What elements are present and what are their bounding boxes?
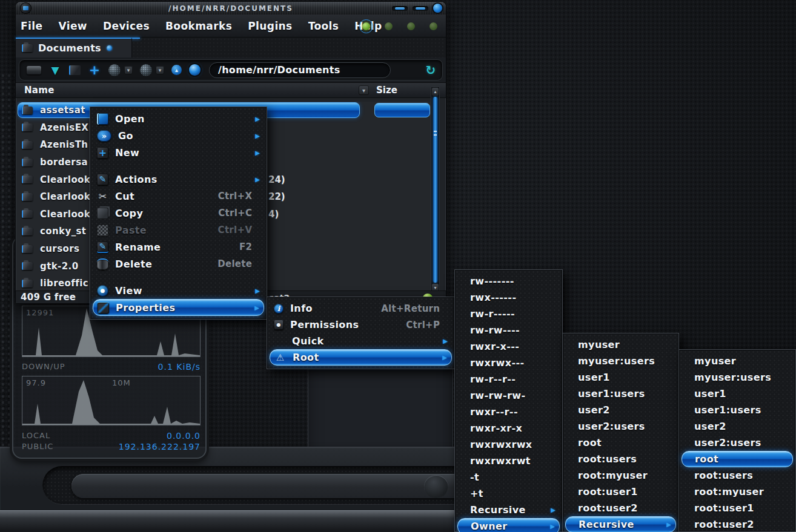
menu-item[interactable]: Paste Ctrl+V ▶ <box>93 222 264 238</box>
menu-item-label: user2:users <box>578 421 645 432</box>
menubar-item[interactable]: File <box>21 20 42 32</box>
menubar-item[interactable]: Tools <box>308 20 339 32</box>
menu-item[interactable]: Delete Delete ▶ <box>93 255 264 272</box>
close-button[interactable] <box>433 4 442 13</box>
titlebar[interactable]: /HOME/NRR/DOCUMENTS <box>16 2 446 15</box>
status-led-icon[interactable] <box>430 22 437 30</box>
menu-item[interactable]: ✎ Rename F2 ▶ <box>93 238 264 255</box>
menu-item-label: user2 <box>694 421 726 432</box>
menu-item[interactable]: +t ▶ <box>457 485 560 502</box>
menu-item[interactable]: user1:users ▶ <box>682 402 793 418</box>
column-name[interactable]: Name <box>24 85 55 96</box>
menu-item[interactable]: + New ▶ <box>93 144 264 161</box>
menu-item[interactable]: root:user1 ▶ <box>682 500 793 516</box>
column-size[interactable]: Size <box>376 85 397 96</box>
menu-item-label: Permissions <box>290 319 359 330</box>
menu-item[interactable]: user2 ▶ <box>682 418 793 435</box>
printer-icon[interactable] <box>27 66 41 74</box>
menu-item[interactable]: root:myuser ▶ <box>682 484 793 500</box>
folder-icon[interactable] <box>69 65 81 75</box>
scroll-up-icon[interactable]: ▴ <box>432 88 439 96</box>
menu-item[interactable]: user2:users ▶ <box>682 435 793 451</box>
menu-item[interactable]: ⚠ Root ▶ <box>270 349 452 366</box>
menu-item[interactable]: myuser ▶ <box>682 353 793 369</box>
menu-item[interactable]: Properties ▶ <box>93 299 264 316</box>
menu-item[interactable]: rw-r--r-- ▶ <box>457 371 560 387</box>
menu-item[interactable]: myuser ▶ <box>565 337 676 353</box>
free-space-label: 409 G free <box>21 292 76 303</box>
menu-item[interactable]: rwx------ ▶ <box>457 289 560 306</box>
menubar-item[interactable]: Plugins <box>248 20 292 32</box>
menu-item[interactable]: ● View ▶ <box>93 282 264 299</box>
tab-documents[interactable]: Documents <box>16 38 132 57</box>
menu-item[interactable]: ✎ Actions ▶ <box>93 171 264 188</box>
tab-close-dot[interactable] <box>107 45 112 51</box>
menu-item[interactable]: Open ▶ <box>93 110 264 127</box>
go-up-icon[interactable]: ▴ <box>171 65 182 75</box>
menu-item[interactable]: ✂ Cut Ctrl+X ▶ <box>93 188 264 205</box>
status-led-icon[interactable] <box>385 22 393 30</box>
menu-item[interactable]: rwxrwx--- ▶ <box>457 355 560 371</box>
dropdown-1-icon[interactable]: ▾ <box>124 66 133 74</box>
menu-item[interactable]: rw-rw-rw- ▶ <box>457 387 560 404</box>
scrollbar-thumb[interactable] <box>433 97 437 283</box>
menu-item[interactable]: root:users ▶ <box>565 451 676 467</box>
menu-item[interactable]: Quick ▶ <box>270 333 452 349</box>
submenu-arrow-icon: ▶ <box>442 354 447 361</box>
dropdown-2-icon[interactable]: ▾ <box>156 66 164 74</box>
menu-item[interactable]: user1 ▶ <box>565 369 676 386</box>
menu-item[interactable]: ● Permissions Ctrl+P ▶ <box>270 317 452 333</box>
menu-item[interactable]: myuser:users ▶ <box>565 353 676 369</box>
menu-item[interactable]: rwxr-x--- ▶ <box>457 338 560 355</box>
menu-item[interactable]: rwxr-xr-x ▶ <box>457 420 560 436</box>
menu-item[interactable]: Owner ▶ <box>457 518 560 532</box>
go-down-icon[interactable]: ▼ <box>48 64 62 77</box>
add-tab-icon[interactable]: + <box>88 64 101 77</box>
sphere-menu-2-icon[interactable] <box>140 64 152 76</box>
menu-item-label: root:user2 <box>578 502 638 514</box>
menubar-item[interactable]: Devices <box>103 20 150 32</box>
minimize-button[interactable] <box>392 6 408 11</box>
menu-item[interactable]: Copy Ctrl+C ▶ <box>93 205 264 222</box>
menu-item[interactable]: rwxrwxrwt ▶ <box>457 453 560 469</box>
menu-item[interactable]: rwxr--r-- ▶ <box>457 404 560 420</box>
menu-item[interactable]: myuser:users ▶ <box>682 369 793 386</box>
menu-item[interactable]: root ▶ <box>682 451 793 467</box>
menubar-item[interactable]: View <box>58 20 87 32</box>
menu-item[interactable]: root:users ▶ <box>682 467 793 484</box>
menu-item[interactable]: -t ▶ <box>457 469 560 485</box>
menu-item[interactable]: i Info Alt+Return ▶ <box>270 300 452 317</box>
orb-icon[interactable] <box>189 64 201 76</box>
menu-item[interactable]: user2 ▶ <box>565 402 676 418</box>
menu-item[interactable]: Recursive ▶ <box>457 502 560 518</box>
maximize-button[interactable] <box>413 6 428 11</box>
info-icon: i <box>274 304 284 314</box>
shortcut-label: F2 <box>239 241 252 252</box>
refresh-icon[interactable]: ↻ <box>424 64 437 77</box>
sort-chevron-icon[interactable]: ▾ <box>359 85 369 95</box>
menu-item[interactable]: user1:users ▶ <box>565 386 676 402</box>
menu-item[interactable]: rw-r----- ▶ <box>457 306 560 322</box>
menu-item[interactable]: rw-rw---- ▶ <box>457 322 560 338</box>
status-led-icon[interactable] <box>407 22 415 30</box>
menu-item[interactable]: rwxrwxrwx ▶ <box>457 436 560 453</box>
properties-submenu: i Info Alt+Return ▶ ● Permissions Ctrl+P… <box>267 297 455 369</box>
menu-item[interactable]: root ▶ <box>565 435 676 451</box>
scrollbar[interactable]: ▴ ▾ <box>431 87 440 293</box>
status-led-icon[interactable] <box>362 22 370 30</box>
menu-item[interactable]: rw------- ▶ <box>457 273 560 289</box>
path-input[interactable] <box>209 62 391 78</box>
menu-item[interactable]: root:user2 ▶ <box>682 516 793 532</box>
menu-item[interactable]: root:user1 ▶ <box>565 484 676 500</box>
menu-item[interactable]: Recursive ▶ <box>565 516 676 532</box>
sphere-menu-1-icon[interactable] <box>108 64 121 76</box>
menu-item[interactable]: root:myuser ▶ <box>565 467 676 484</box>
menu-item-label: user1 <box>694 388 726 399</box>
menu-item[interactable]: user2:users ▶ <box>565 418 676 435</box>
menu-item-label: root <box>578 437 602 448</box>
menu-item[interactable]: » Go ▶ <box>93 127 264 144</box>
menubar-item[interactable]: Bookmarks <box>165 20 232 32</box>
shortcut-label: Ctrl+V <box>218 225 253 235</box>
menu-item[interactable]: root:user2 ▶ <box>565 500 676 516</box>
menu-item[interactable]: user1 ▶ <box>682 386 793 402</box>
